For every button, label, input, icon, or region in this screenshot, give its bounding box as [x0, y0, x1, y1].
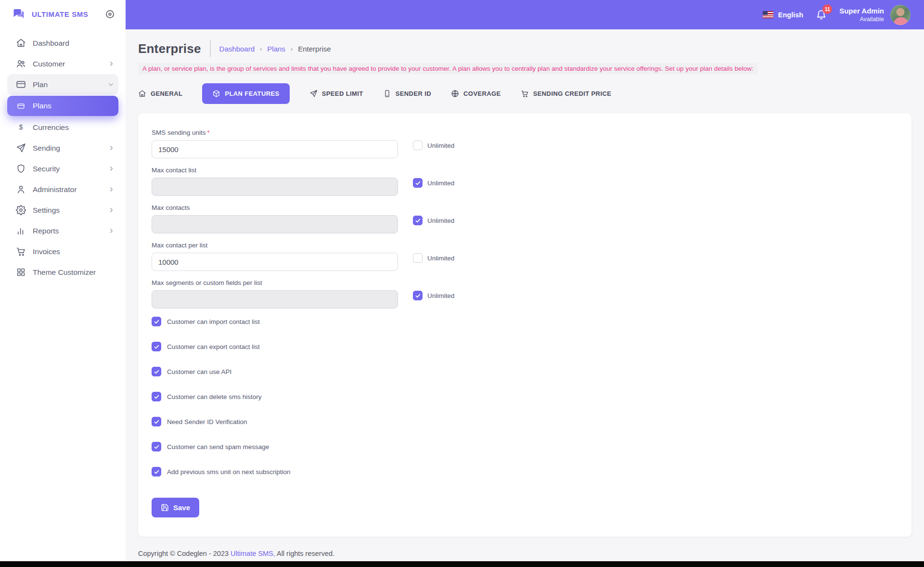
user-name: Super Admin — [839, 7, 884, 15]
feature-row-need-sender-id-verification: Need Sender ID Verification — [152, 417, 898, 426]
max-contact-per-list-input[interactable] — [152, 253, 398, 271]
required-star: * — [207, 129, 210, 136]
language-selector[interactable]: English — [763, 11, 803, 19]
feature-row-customer-can-send-spam-message: Customer can send spam message — [152, 442, 898, 451]
sidebar-item-label: Invoices — [33, 247, 115, 256]
sidebar-item-currencies[interactable]: $Currencies — [0, 117, 126, 138]
customer-can-import-contact-list-checkbox[interactable] — [152, 317, 161, 326]
notifications-button[interactable]: 11 — [816, 9, 827, 20]
chevron-right-icon — [108, 60, 115, 67]
save-icon — [161, 503, 169, 512]
max-segments-or-custom-fields-per-list-input — [152, 290, 398, 309]
brand-link[interactable]: ULTIMATE SMS — [0, 0, 126, 28]
language-label: English — [778, 11, 803, 19]
sidebar-item-label: Customer — [33, 60, 108, 68]
cart-icon — [16, 246, 26, 257]
package-icon — [212, 90, 220, 98]
sidebar-item-dashboard[interactable]: Dashboard — [0, 33, 126, 53]
chevron-right-icon — [108, 186, 115, 193]
max-contacts-unlimited-checkbox[interactable] — [413, 216, 423, 225]
tab-general[interactable]: GENERAL — [138, 90, 182, 98]
sidebar-item-label: Plan — [33, 80, 107, 89]
breadcrumb-separator: › — [260, 45, 262, 52]
need-sender-id-verification-checkbox[interactable] — [152, 417, 161, 426]
footer: Copyright © Codeglen - 2023 Ultimate SMS… — [138, 537, 911, 557]
field-label: SMS sending units* — [152, 129, 398, 137]
unlimited-group: Unlimited — [413, 291, 454, 300]
unlimited-label: Unlimited — [427, 292, 454, 299]
tab-speed-limit[interactable]: SPEED LIMIT — [309, 90, 363, 98]
customer-can-use-api-checkbox[interactable] — [152, 367, 161, 376]
max-contact-list-unlimited-checkbox[interactable] — [413, 178, 423, 188]
sidebar-item-sending[interactable]: Sending — [0, 138, 126, 158]
footer-text-after: All rights reserved. — [275, 550, 334, 557]
tab-sending-credit-price[interactable]: SENDING CREDIT PRICE — [521, 90, 612, 98]
breadcrumb: Dashboard›Plans›Enterprise — [219, 45, 331, 53]
sidebar-item-reports[interactable]: Reports — [0, 220, 126, 241]
save-button[interactable]: Save — [152, 498, 199, 517]
send-icon — [16, 143, 26, 153]
sidebar-item-settings[interactable]: Settings — [0, 200, 126, 220]
gear-icon — [16, 205, 26, 215]
feature-row-customer-can-import-contact-list: Customer can import contact list — [152, 317, 898, 326]
feature-row-customer-can-export-contact-list: Customer can export contact list — [152, 342, 898, 351]
chevron-right-icon — [108, 144, 115, 152]
sidebar-item-theme-customizer[interactable]: Theme Customizer — [0, 262, 126, 283]
credit-card-icon — [16, 79, 26, 90]
sidebar-item-customer[interactable]: Customer — [0, 53, 126, 74]
avatar[interactable] — [890, 5, 911, 25]
sidebar: ULTIMATE SMS DashboardCustomerPlanPlans$… — [0, 0, 126, 561]
sidebar-toggle-icon[interactable] — [105, 9, 115, 19]
unlimited-label: Unlimited — [427, 180, 454, 187]
sms-sending-units-input[interactable] — [152, 140, 398, 158]
unlimited-group: Unlimited — [413, 216, 454, 225]
feature-label: Add previous sms unit on next subscripti… — [167, 468, 291, 476]
feature-row-customer-can-delete-sms-history: Customer can delete sms history — [152, 392, 898, 401]
unlimited-group: Unlimited — [413, 178, 454, 188]
customer-can-send-spam-message-checkbox[interactable] — [152, 442, 161, 451]
sidebar-menu: DashboardCustomerPlanPlans$CurrenciesSen… — [0, 28, 126, 283]
breadcrumb-item-plans[interactable]: Plans — [267, 45, 285, 53]
sidebar-item-plan[interactable]: Plan — [7, 74, 118, 95]
feature-label: Customer can send spam message — [167, 443, 269, 451]
user-menu[interactable]: Super Admin Available — [839, 5, 911, 25]
fields-container: SMS sending units*UnlimitedMax contact l… — [152, 129, 898, 309]
unlimited-label: Unlimited — [427, 255, 454, 262]
title-divider — [210, 40, 211, 57]
sidebar-item-plans[interactable]: Plans — [7, 96, 118, 116]
chevron-right-icon — [108, 165, 115, 172]
field-label: Max contacts — [152, 204, 398, 212]
max-contact-per-list-unlimited-checkbox[interactable] — [413, 253, 423, 263]
home-icon — [138, 90, 146, 98]
feature-checkboxes-container: Customer can import contact listCustomer… — [152, 317, 898, 477]
field-row-max-contact-list: Max contact listUnlimited — [152, 167, 898, 196]
sms-sending-units-unlimited-checkbox[interactable] — [413, 141, 423, 150]
tab-sender-id[interactable]: SENDER ID — [383, 90, 431, 98]
tab-plan-features[interactable]: PLAN FEATURES — [202, 83, 289, 104]
customer-can-export-contact-list-checkbox[interactable] — [152, 342, 161, 351]
tab-label: SENDING CREDIT PRICE — [533, 90, 612, 97]
field-row-max-contact-per-list: Max contact per listUnlimited — [152, 242, 898, 271]
sidebar-item-invoices[interactable]: Invoices — [0, 241, 126, 262]
max-segments-or-custom-fields-per-list-unlimited-checkbox[interactable] — [413, 291, 423, 300]
breadcrumb-item-dashboard[interactable]: Dashboard — [219, 45, 255, 53]
field-row-max-segments-or-custom-fields-per-list: Max segments or custom fields per listUn… — [152, 279, 898, 309]
sidebar-item-administrator[interactable]: Administrator — [0, 179, 126, 200]
brand-name: ULTIMATE SMS — [32, 10, 105, 18]
topbar: English 11 Super Admin Available — [126, 0, 924, 29]
footer-brand-link[interactable]: Ultimate SMS, — [231, 550, 275, 557]
unlimited-label: Unlimited — [427, 217, 454, 224]
sidebar-item-label: Reports — [33, 227, 108, 235]
unlimited-label: Unlimited — [427, 142, 454, 149]
sidebar-item-security[interactable]: Security — [0, 158, 126, 179]
chevron-right-icon — [108, 206, 115, 214]
dollar-icon: $ — [17, 123, 25, 131]
users-icon — [16, 59, 26, 69]
customer-can-delete-sms-history-checkbox[interactable] — [152, 392, 161, 401]
tab-coverage[interactable]: COVERAGE — [451, 90, 501, 98]
sidebar-item-label: Administrator — [33, 185, 108, 194]
feature-label: Customer can use API — [167, 368, 231, 375]
feature-label: Need Sender ID Verification — [167, 418, 247, 425]
feature-row-customer-can-use-api: Customer can use API — [152, 367, 898, 376]
add-previous-sms-unit-on-next-subscription-checkbox[interactable] — [152, 467, 161, 477]
